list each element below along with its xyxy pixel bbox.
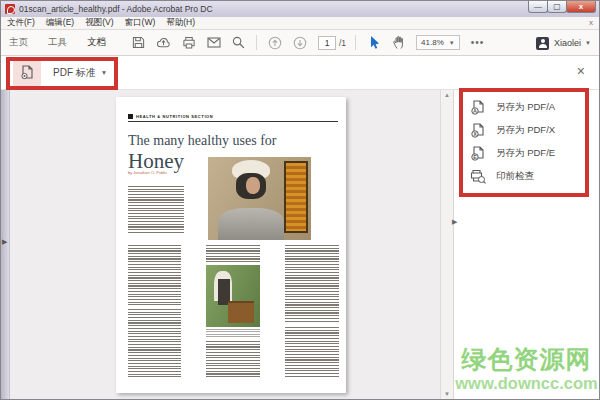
- prev-page-icon[interactable]: [267, 35, 282, 50]
- chevron-down-icon: ▼: [101, 69, 107, 76]
- toolbar-separator: [355, 35, 356, 50]
- toolbar: 主页 工具 文档 1 /1: [1, 30, 599, 56]
- menu-edit[interactable]: 编辑(E): [46, 17, 74, 29]
- select-tool-icon[interactable]: [366, 35, 381, 50]
- preflight-icon: [470, 169, 487, 184]
- toolbar-separator: [256, 35, 257, 50]
- svg-text:E: E: [473, 154, 477, 160]
- cloud-upload-icon[interactable]: [156, 35, 171, 50]
- avatar: [536, 37, 549, 50]
- hand-tool-icon[interactable]: [391, 35, 406, 50]
- article-column-3: [285, 245, 339, 380]
- section-header: HEALTH & NUTRITION SECTION: [136, 114, 213, 119]
- tab-tools[interactable]: 工具: [48, 36, 67, 49]
- title-bar[interactable]: 01scan_article_healthy.pdf - Adobe Acrob…: [1, 1, 599, 17]
- article-section-bar: HEALTH & NUTRITION SECTION: [128, 114, 338, 122]
- document-viewport[interactable]: HEALTH & NUTRITION SECTION The many heal…: [10, 90, 440, 399]
- preflight-button[interactable]: 印前检查: [454, 165, 599, 188]
- email-icon[interactable]: [206, 35, 221, 50]
- pdfx-doc-icon: X: [470, 123, 487, 138]
- article-intro-text: [128, 186, 184, 235]
- left-sidebar-collapsed[interactable]: ▶: [1, 90, 10, 399]
- save-as-pdfe-button[interactable]: E 另存为 PDF/E: [454, 142, 599, 165]
- pdf-standards-bar: PDF 标准 ▼ ×: [1, 56, 599, 90]
- pdfa-doc-icon: A: [470, 100, 487, 115]
- acrobat-window: 01scan_article_healthy.pdf - Adobe Acrob…: [0, 0, 600, 400]
- pdf-standards-label[interactable]: PDF 标准: [53, 66, 96, 80]
- outdoor-beekeeping-photo: [206, 265, 259, 327]
- pdfe-doc-icon: E: [470, 146, 487, 161]
- menu-window[interactable]: 窗口(W): [125, 17, 156, 29]
- article-title-line1: The many healthy uses for: [128, 133, 277, 149]
- document-close-icon[interactable]: x: [589, 18, 593, 27]
- menu-view[interactable]: 视图(V): [85, 17, 113, 29]
- panel-close-icon[interactable]: ×: [577, 64, 585, 78]
- chevron-down-icon: ▼: [585, 40, 591, 46]
- pdf-standards-icon[interactable]: [13, 60, 41, 86]
- article-byline: by Jonathan O. Public: [128, 170, 167, 175]
- save-icon[interactable]: [131, 35, 146, 50]
- page-total-label: /1: [339, 38, 346, 48]
- article-column-2: [206, 245, 259, 380]
- vertical-scrollbar[interactable]: ▲ ▼: [440, 90, 453, 399]
- watermark: 绿色资源网 www.downcc.com: [454, 345, 599, 393]
- tab-document[interactable]: 文档: [87, 36, 106, 49]
- chevron-down-icon: ▼: [449, 40, 455, 46]
- svg-text:X: X: [473, 131, 477, 137]
- pdf-page: HEALTH & NUTRITION SECTION The many heal…: [116, 97, 346, 393]
- page-number-input[interactable]: 1: [318, 36, 336, 50]
- save-as-pdfa-button[interactable]: A 另存为 PDF/A: [454, 96, 599, 119]
- scroll-up-icon[interactable]: ▲: [441, 92, 453, 98]
- minimize-button[interactable]: —: [528, 1, 548, 13]
- watermark-site-name: 绿色资源网: [454, 345, 599, 374]
- section-square-icon: [128, 114, 133, 119]
- scroll-down-icon[interactable]: ▼: [441, 391, 453, 397]
- tab-home[interactable]: 主页: [9, 36, 28, 49]
- close-button[interactable]: x: [566, 1, 596, 13]
- menu-file[interactable]: 文件(F): [7, 17, 35, 29]
- account-name: Xiaolei: [554, 38, 581, 48]
- photo-caption: [206, 329, 259, 339]
- acrobat-app-icon: [5, 4, 15, 14]
- svg-text:A: A: [473, 108, 477, 114]
- menu-help[interactable]: 帮助(H): [166, 17, 195, 29]
- save-as-pdfx-button[interactable]: X 另存为 PDF/X: [454, 119, 599, 142]
- watermark-url: www.downcc.com: [454, 374, 599, 393]
- maximize-button[interactable]: ▢: [547, 1, 567, 13]
- print-icon[interactable]: [181, 35, 196, 50]
- account-menu[interactable]: Xiaolei ▼: [536, 30, 591, 56]
- window-title: 01scan_article_healthy.pdf - Adobe Acrob…: [19, 4, 213, 14]
- more-tools-icon[interactable]: •••: [471, 37, 485, 48]
- zoom-level-value: 41.8%: [421, 38, 444, 47]
- article-columns: [128, 245, 339, 380]
- main-area: ▶ HEALTH & NUTRITION SECTION The many he…: [1, 90, 599, 399]
- menu-bar: 文件(F) 编辑(E) 视图(V) 窗口(W) 帮助(H) x: [1, 17, 599, 30]
- search-icon[interactable]: [231, 35, 246, 50]
- sidebar-expand-icon[interactable]: ▶: [2, 238, 7, 246]
- panel-collapse-icon[interactable]: ▶: [452, 218, 457, 226]
- zoom-level-dropdown[interactable]: 41.8% ▼: [416, 35, 460, 50]
- beekeeper-photo: [208, 157, 311, 240]
- next-page-icon[interactable]: [292, 35, 307, 50]
- article-column-1: [128, 245, 181, 380]
- right-panel: ▶ A 另存为 PDF/A X 另存为 PDF/X E 另存为 PDF/E 印前…: [453, 90, 599, 399]
